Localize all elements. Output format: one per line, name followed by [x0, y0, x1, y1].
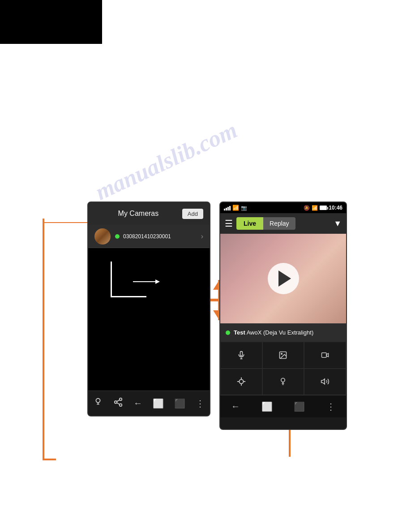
nav-back-icon[interactable]: ←	[133, 398, 142, 408]
status-time: 10:46	[329, 205, 342, 211]
svg-line-8	[117, 403, 120, 404]
signal-bar-4	[229, 206, 231, 210]
camera-online-dot	[226, 330, 230, 335]
nav-lamp-icon[interactable]	[93, 397, 103, 409]
signal-icon	[224, 205, 231, 210]
status-bar: 📶 📷 🔕 📶 10:46	[220, 202, 346, 213]
play-button[interactable]	[268, 263, 299, 294]
camera-list-item[interactable]: 0308201410230001 ›	[88, 225, 210, 248]
mute-icon: 🔕	[304, 205, 310, 211]
add-camera-button[interactable]: Add	[182, 209, 203, 219]
signal-bar-3	[227, 207, 229, 210]
nav-more-icon[interactable]: ⋮	[196, 398, 205, 409]
signal-bar-1	[224, 209, 225, 210]
live-button[interactable]: Live	[236, 217, 263, 230]
camera-id-text: 0308201410230001	[123, 233, 201, 240]
camera-status-icon: 📷	[241, 205, 247, 211]
right-nav-more-icon[interactable]: ⋮	[326, 401, 335, 412]
video-control[interactable]	[304, 342, 346, 369]
svg-point-22	[281, 378, 285, 382]
right-phone-video-area[interactable]	[220, 234, 346, 323]
microphone-control[interactable]	[220, 342, 262, 369]
right-nav-home-icon[interactable]: ⬜	[261, 401, 273, 412]
right-nav-apps-icon[interactable]: ⬛	[294, 401, 305, 412]
light-control[interactable]	[262, 369, 304, 395]
nav-home-icon[interactable]: ⬜	[153, 398, 164, 409]
left-phone-video-area	[88, 248, 210, 391]
drag-arrow	[133, 277, 160, 286]
svg-rect-15	[322, 353, 327, 358]
svg-point-17	[239, 380, 243, 384]
right-phone-screen: 📶 📷 🔕 📶 10:46 ☰ Live Replay ▼ Test AwoX …	[219, 202, 347, 430]
play-triangle-icon	[278, 270, 291, 287]
svg-rect-10	[240, 351, 242, 356]
right-phone-nav-bar: ☰ Live Replay ▼	[220, 213, 346, 234]
camera-name-text: Test AwoX (Deja Vu Extralight)	[234, 329, 313, 336]
svg-marker-16	[326, 353, 329, 357]
status-left-icons: 📶 📷	[224, 205, 247, 211]
svg-marker-26	[321, 379, 325, 384]
bracket-indicator	[43, 219, 92, 460]
top-black-block	[0, 0, 102, 44]
volume-control[interactable]	[304, 369, 346, 395]
nav-apps-icon[interactable]: ⬛	[174, 398, 185, 409]
my-cameras-title: My Cameras	[94, 210, 182, 218]
wifi-status-icon: 📶	[312, 205, 318, 211]
svg-line-9	[117, 400, 120, 402]
ptz-control[interactable]	[220, 369, 262, 395]
svg-point-14	[281, 353, 283, 355]
watermark-text: manualslib.com	[91, 116, 241, 205]
gallery-control[interactable]	[262, 342, 304, 369]
replay-button[interactable]: Replay	[263, 217, 295, 230]
svg-point-2	[96, 399, 100, 403]
svg-marker-1	[155, 279, 160, 284]
left-phone-header: My Cameras Add	[88, 202, 210, 225]
left-phone-bottom-nav: ← ⬜ ⬛ ⋮	[88, 390, 210, 416]
avatar-image	[94, 228, 111, 245]
left-phone-screen: My Cameras Add 0308201410230001 ›	[87, 202, 210, 416]
live-replay-group: Live Replay	[236, 217, 330, 230]
controls-grid	[220, 341, 346, 395]
camera-name-bar: Test AwoX (Deja Vu Extralight)	[220, 323, 346, 341]
right-phone-bottom-nav: ← ⬜ ⬛ ⋮	[220, 395, 346, 417]
nav-share-icon[interactable]	[113, 397, 123, 409]
signal-bar-2	[226, 208, 227, 210]
wifi-icon: 📶	[232, 205, 239, 211]
avatar	[94, 228, 111, 245]
right-nav-back-icon[interactable]: ←	[231, 401, 240, 412]
svg-point-5	[120, 398, 122, 401]
chevron-right-icon: ›	[201, 232, 203, 240]
bottom-pointer-line	[289, 425, 291, 457]
hamburger-menu-icon[interactable]: ☰	[225, 218, 233, 229]
svg-point-6	[115, 401, 117, 403]
status-right-icons: 🔕 📶 10:46	[304, 205, 342, 211]
dropdown-arrow-icon[interactable]: ▼	[334, 219, 342, 228]
battery-icon	[320, 206, 327, 210]
svg-point-7	[120, 404, 122, 407]
online-status-dot	[115, 234, 120, 239]
